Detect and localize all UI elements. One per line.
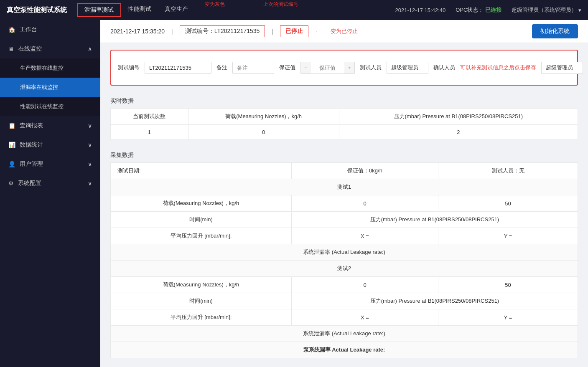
test1-pressure-label: 压力(mbar) Pressure at B1(08PIRS250/08PIRC… bbox=[291, 212, 578, 228]
tab-leak-test[interactable]: 泄漏率测试 bbox=[77, 3, 121, 17]
input-confirmer[interactable] bbox=[541, 62, 583, 74]
sidebar-item-user-mgmt[interactable]: 👤 用户管理 ∨ bbox=[0, 154, 100, 174]
status-bar: 2021-12-17 15:35:20 | 测试编号：LT20211217153… bbox=[100, 20, 588, 43]
test1-avg-y: Y = bbox=[438, 228, 578, 244]
test1-load-label: 荷载(Measuring Nozzles)，kg/h bbox=[111, 195, 292, 212]
status-stopped-badge: 已停止 bbox=[280, 25, 308, 37]
user-icon: 👤 bbox=[8, 161, 15, 167]
collected-header-row: 测试日期: 保证值：0kg/h 测试人员：无 bbox=[111, 163, 578, 179]
label-remark: 备注 bbox=[216, 64, 227, 71]
pump-leak-label: 泵系统漏率 Actual Leakage rate: bbox=[111, 342, 578, 358]
app-title: 真空泵性能测试系统 bbox=[7, 6, 67, 15]
test2-time-row: 时间(min) 压力(mbar) Pressure at B1(08PIRS25… bbox=[111, 293, 578, 309]
monitor-icon: 🖥 bbox=[8, 46, 14, 52]
input-tester[interactable] bbox=[387, 62, 428, 74]
content-area: 实时数据 当前测试次数 荷载(Measuring Nozzles)，kg/h 压… bbox=[100, 92, 588, 367]
test2-label: 测试2 bbox=[111, 261, 578, 277]
sidebar-item-online-monitor[interactable]: 🖥 在线监控 ∧ bbox=[0, 39, 100, 58]
home-icon: 🏠 bbox=[8, 26, 15, 33]
test1-label: 测试1 bbox=[111, 179, 578, 195]
test1-load-row: 荷载(Measuring Nozzles)，kg/h 0 50 bbox=[111, 195, 578, 212]
guarantee-group: − + bbox=[300, 62, 355, 74]
test1-avg-row: 平均压力回升 [mbar/min]; X = Y = bbox=[111, 228, 578, 244]
sidebar-item-data-stats[interactable]: 📊 数据统计 ∨ bbox=[0, 135, 100, 154]
chevron-down-icon-config: ∨ bbox=[88, 180, 92, 187]
user-menu[interactable]: 超级管理员（系统管理员） ▾ bbox=[512, 6, 581, 14]
label-confirmer: 确认人员 bbox=[433, 64, 455, 71]
status-annotation: 变为已停止 bbox=[331, 28, 358, 35]
sidebar-item-perf-online[interactable]: 性能测试在线监控 bbox=[0, 97, 100, 116]
test1-avg-x: X = bbox=[291, 228, 438, 244]
test2-leak-row: 系统泄漏率 (Actual Leakage rate:) bbox=[111, 326, 578, 342]
test2-group-header: 测试2 bbox=[111, 261, 578, 277]
init-system-button[interactable]: 初始化系统 bbox=[532, 24, 578, 38]
test2-load-val1: 0 bbox=[291, 277, 438, 293]
label-test-id: 测试编号 bbox=[118, 64, 140, 71]
pump-leak-row: 泵系统漏率 Actual Leakage rate: bbox=[111, 342, 578, 358]
report-icon: 📋 bbox=[8, 122, 15, 129]
top-nav: 真空泵性能测试系统 泄漏率测试 性能测试 真空生产 变为灰色 上次的测试编号 2… bbox=[0, 0, 588, 20]
test1-avg-label: 平均压力回升 [mbar/min]; bbox=[111, 228, 292, 244]
stats-icon: 📊 bbox=[8, 142, 15, 148]
test2-load-label: 荷载(Measuring Nozzles)，kg/h bbox=[111, 277, 292, 293]
collected-tester: 测试人员：无 bbox=[438, 163, 578, 179]
test1-time-row: 时间(min) 压力(mbar) Pressure at B1(08PIRS25… bbox=[111, 212, 578, 228]
guarantee-minus-btn[interactable]: − bbox=[301, 62, 311, 73]
chevron-down-icon-report: ∨ bbox=[88, 122, 92, 129]
chevron-down-icon-stats: ∨ bbox=[88, 142, 92, 148]
separator-1: | bbox=[171, 28, 173, 35]
realtime-header-2: 荷载(Measuring Nozzles)，kg/h bbox=[188, 109, 339, 125]
test2-load-val2: 50 bbox=[438, 277, 578, 293]
info-form: 测试编号 备注 保证值 − + 测试人员 确认人员 可以补充测试信息之后点击保存… bbox=[110, 50, 578, 86]
sidebar-item-sys-config[interactable]: ⚙ 系统配置 ∨ bbox=[0, 174, 100, 193]
collected-table: 测试日期: 保证值：0kg/h 测试人员：无 测试1 荷载(Measuring … bbox=[110, 162, 578, 358]
guarantee-input[interactable] bbox=[311, 62, 344, 73]
label-guarantee: 保证值 bbox=[279, 64, 295, 71]
top-nav-tabs: 泄漏率测试 性能测试 真空生产 bbox=[77, 3, 195, 17]
input-remark[interactable] bbox=[232, 62, 274, 74]
chevron-down-icon-user: ∨ bbox=[88, 161, 92, 167]
sidebar-item-query-report[interactable]: 📋 查询报表 ∨ bbox=[0, 116, 100, 135]
main-content: 2021-12-17 15:35:20 | 测试编号：LT20211217153… bbox=[100, 20, 588, 367]
test2-leak-label: 系统泄漏率 (Actual Leakage rate:) bbox=[111, 326, 578, 342]
test1-group-header: 测试1 bbox=[111, 179, 578, 195]
datetime-display: 2021-12-17 15:42:40 bbox=[395, 7, 445, 13]
test2-avg-row: 平均压力回升 [mbar/min]; X = Y = bbox=[111, 309, 578, 326]
realtime-val-1: 1 bbox=[111, 125, 188, 140]
annotation-last-test: 上次的测试编号 bbox=[263, 1, 298, 8]
test2-pressure-label: 压力(mbar) Pressure at B1(08PIRS250/08PIRC… bbox=[291, 293, 578, 309]
test1-leak-row: 系统泄漏率 (Actual Leakage rate:) bbox=[111, 244, 578, 261]
tab-perf-test[interactable]: 性能测试 bbox=[121, 3, 158, 17]
test1-load-val1: 0 bbox=[291, 195, 438, 212]
test1-load-val2: 50 bbox=[438, 195, 578, 212]
collected-guarantee: 保证值：0kg/h bbox=[291, 163, 438, 179]
test2-time-label: 时间(min) bbox=[111, 293, 292, 309]
opc-connected-status: 已连接 bbox=[485, 7, 501, 13]
collected-date: 测试日期: bbox=[111, 163, 292, 179]
label-confirmer-hint: 可以补充测试信息之后点击保存 bbox=[460, 64, 536, 71]
test2-avg-x: X = bbox=[291, 309, 438, 326]
test2-load-row: 荷载(Measuring Nozzles)，kg/h 0 50 bbox=[111, 277, 578, 293]
status-date: 2021-12-17 15:35:20 bbox=[110, 28, 165, 35]
guarantee-plus-btn[interactable]: + bbox=[344, 62, 354, 73]
sidebar: 🏠 工作台 🖥 在线监控 ∧ 生产数据在线监控 泄漏率在线监控 性能测试在线监控… bbox=[0, 20, 100, 367]
chevron-up-icon: ∧ bbox=[88, 46, 92, 52]
test1-leak-label: 系统泄漏率 (Actual Leakage rate:) bbox=[111, 244, 578, 261]
sidebar-item-leak-online[interactable]: 泄漏率在线监控 bbox=[0, 78, 100, 97]
collected-section-title: 采集数据 bbox=[110, 147, 578, 162]
input-test-id[interactable] bbox=[145, 62, 211, 74]
test1-time-label: 时间(min) bbox=[111, 212, 292, 228]
realtime-header-3: 压力(mbar) Pressure at B1(08PIRS250/08PIRC… bbox=[339, 109, 578, 125]
label-tester: 测试人员 bbox=[360, 64, 382, 71]
test2-avg-label: 平均压力回升 [mbar/min]; bbox=[111, 309, 292, 326]
test2-avg-y: Y = bbox=[438, 309, 578, 326]
annotation-gray: 变为灰色 bbox=[205, 1, 225, 8]
realtime-val-3: 2 bbox=[339, 125, 578, 140]
sidebar-item-workbench[interactable]: 🏠 工作台 bbox=[0, 20, 100, 39]
sidebar-item-production-online[interactable]: 生产数据在线监控 bbox=[0, 58, 100, 78]
separator-2: | bbox=[272, 28, 273, 35]
arrow-icon: ← bbox=[315, 28, 321, 35]
tab-vacuum-prod[interactable]: 真空生产 bbox=[158, 3, 195, 17]
opc-status-label: OPC状态： 已连接 bbox=[456, 6, 501, 14]
test-id-box: 测试编号：LT202112171535 bbox=[180, 25, 265, 37]
